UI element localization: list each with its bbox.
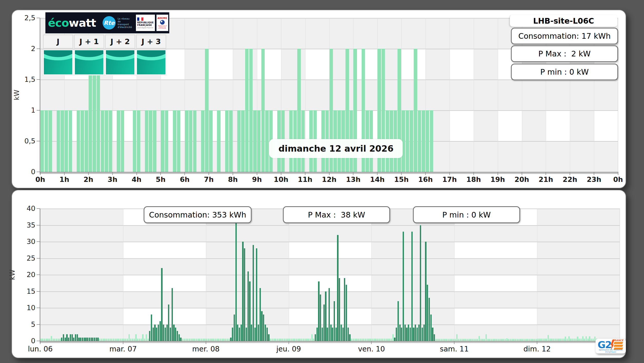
x-tickmark	[136, 172, 137, 175]
y-tickmark	[37, 324, 40, 325]
weekly-standby-bar	[210, 339, 211, 341]
weekly-consumption-bar	[165, 328, 166, 341]
y-tickmark	[37, 225, 40, 225]
weekly-standby-bar	[294, 339, 295, 341]
weekly-standby-bar	[499, 339, 501, 341]
weekly-standby-bar	[486, 334, 487, 341]
weekly-consumption-bar	[163, 325, 164, 341]
weekly-standby-bar	[527, 339, 528, 341]
background-cell	[371, 242, 454, 258]
weekly-consumption-bar	[158, 325, 159, 341]
weekly-standby-bar	[563, 339, 564, 341]
weekly-consumption-bar	[411, 232, 413, 341]
weekly-consumption-bar	[404, 325, 406, 341]
weekly-consumption-bar	[160, 321, 161, 341]
gridline-vertical	[233, 18, 233, 172]
weekly-standby-bar	[311, 334, 313, 341]
weekly-consumption-bar	[237, 325, 238, 341]
weekly-standby-bar	[556, 339, 558, 341]
weekly-standby-bar	[353, 339, 354, 341]
weekly-consumption-bar	[337, 235, 338, 341]
rte-circle-icon: Rte	[103, 16, 116, 30]
tab-day-j3-label: J + 3	[142, 37, 161, 46]
weekly-standby-bar	[191, 339, 192, 341]
weekly-standby-bar	[197, 339, 199, 341]
weekly-consumption-bar	[91, 338, 92, 341]
weekly-consumption-bar	[268, 334, 269, 341]
gridline-horizontal	[40, 291, 620, 292]
ecowatt-forecast-image-j2[interactable]	[105, 50, 135, 75]
weekly-standby-bar	[301, 339, 302, 341]
daily-consumption-bar	[57, 110, 60, 172]
weekly-standby-bar	[435, 339, 437, 341]
weekly-standby-bar	[453, 339, 454, 341]
daily-consumption-bar	[61, 110, 64, 172]
weekly-standby-bar	[141, 339, 142, 341]
background-cell	[537, 308, 620, 325]
x-tickmark	[594, 172, 594, 175]
weekly-standby-bar	[101, 339, 102, 341]
background-cell	[40, 242, 123, 258]
weekly-consumption-bar	[342, 328, 344, 341]
background-cell	[206, 242, 289, 258]
x-tickmark	[112, 172, 113, 175]
x-tickmark	[377, 172, 378, 175]
weekly-consumption-bar	[78, 338, 80, 341]
weekly-consumption-bar	[344, 278, 345, 341]
weekly-standby-bar	[568, 336, 570, 341]
weekly-consumption-bar	[341, 325, 342, 341]
y-tickmark	[37, 291, 40, 292]
weekly-consumption-bar	[401, 328, 402, 341]
weekly-standby-bar	[473, 339, 475, 341]
weekly-standby-bar	[304, 339, 306, 341]
ecowatt-forecast-image-j3[interactable]	[136, 50, 166, 75]
x-tickmark	[40, 172, 41, 175]
background-cell	[40, 209, 123, 225]
weekly-standby-bar	[132, 339, 133, 341]
ecowatt-forecast-image-j[interactable]	[43, 50, 73, 75]
weekly-standby-bar	[565, 337, 566, 341]
x-tickmark	[257, 172, 257, 175]
weekly-standby-bar	[142, 334, 143, 341]
weekly-standby-bar	[51, 336, 52, 341]
weekly-standby-bar	[201, 339, 202, 341]
weekly-standby-bar	[587, 339, 589, 341]
weekly-consumption-bar	[75, 334, 76, 341]
tab-day-j3[interactable]: J + 3	[136, 35, 166, 48]
rte-tagline-line3: d'électricité	[118, 26, 132, 28]
daily-consumption-badge: Consommation: 17 kWh	[511, 28, 618, 44]
weekly-standby-bar	[589, 336, 590, 341]
weekly-consumption-bar	[422, 328, 423, 341]
weekly-standby-bar	[558, 339, 559, 341]
daily-consumption-bar	[77, 110, 80, 172]
daily-date-label: dimanche 12 avril 2026	[269, 139, 403, 158]
x-tickmark	[473, 172, 474, 175]
tab-day-j2[interactable]: J + 2	[105, 35, 135, 48]
gridline-vertical	[537, 209, 537, 341]
background-cell	[570, 110, 594, 141]
weekly-standby-bar	[137, 339, 138, 341]
weekly-standby-bar	[446, 339, 447, 341]
weekly-standby-bar	[147, 339, 149, 341]
daily-consumption-bar	[237, 110, 241, 172]
weekly-consumption-bar	[415, 325, 416, 341]
y-tickmark	[37, 241, 40, 242]
weekly-plot-right-border	[620, 209, 620, 341]
weekly-standby-bar	[111, 339, 112, 341]
tab-day-j1[interactable]: J + 1	[74, 35, 104, 48]
background-cell	[233, 49, 257, 80]
daily-consumption-bar	[65, 110, 68, 172]
tab-day-j[interactable]: J	[43, 35, 73, 48]
weekly-standby-bar	[227, 339, 228, 341]
weekly-consumption-bar	[73, 338, 74, 341]
y-tick-label: 0	[12, 168, 35, 176]
ecowatt-forecast-image-j1[interactable]	[74, 50, 104, 75]
x-tickmark	[498, 172, 498, 175]
weekly-standby-bar	[487, 339, 489, 341]
background-band	[40, 291, 620, 308]
daily-consumption-bar	[85, 110, 88, 172]
weekly-standby-bar	[491, 339, 492, 341]
y-tickmark	[37, 18, 40, 18]
weekly-standby-bar	[218, 339, 219, 341]
daily-consumption-bar	[177, 110, 180, 172]
